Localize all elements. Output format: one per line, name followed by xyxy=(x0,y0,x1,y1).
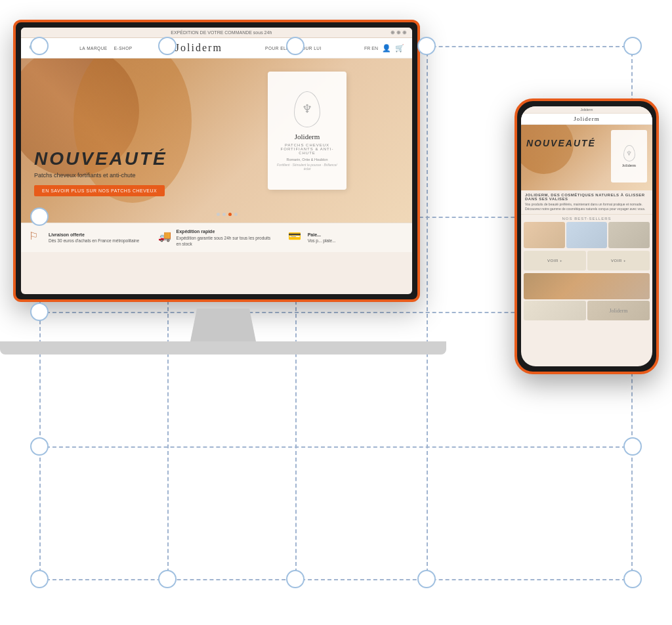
laptop-navbar: 🔍 LA MARQUE E-SHOP Joliderm POUR ELLE PO… xyxy=(21,38,412,58)
info-text-paiement: Paie... Vos p... plate... xyxy=(308,232,336,244)
info-desc-paiement: Vos p... plate... xyxy=(308,238,336,243)
phone-section-title: JOLIDERM, DES COSMÉTIQUES NATURELS À GLI… xyxy=(521,190,652,202)
grid-circle-11 xyxy=(30,570,49,588)
phone-topbar-brand: Joliderm xyxy=(581,108,593,112)
dot-2[interactable] xyxy=(222,213,226,216)
laptop-brand: Joliderm xyxy=(175,42,222,54)
account-icon[interactable]: 👤 xyxy=(382,44,391,53)
phone-bottom-product-1 xyxy=(524,301,586,320)
phone-voir-row: VOIR + VOIR + xyxy=(521,251,652,273)
phone-desc-text: Vos produits de beauté préférés, mainten… xyxy=(521,202,652,214)
phone-hero-text: NOUVEAUTÉ xyxy=(526,138,596,148)
grid-circle-7 xyxy=(30,303,49,321)
hero-text-content: NOUVEAUTÉ Patchs cheveux fortifiants et … xyxy=(34,148,167,196)
grid-circle-12 xyxy=(158,570,177,588)
nav-link-eshop[interactable]: E-SHOP xyxy=(114,46,133,51)
grid-circle-0 xyxy=(30,37,49,55)
topbar-social: ⊕ ⊕ ⊕ xyxy=(390,30,407,35)
grid-circle-9 xyxy=(30,437,49,456)
phone-bottom-products: Joliderm xyxy=(521,299,652,322)
phone-notch xyxy=(567,101,606,106)
phone-border: Joliderm Joliderm NOUVEAUTÉ ♆ Joliderm J… xyxy=(514,98,659,374)
lang-switch[interactable]: FR EN xyxy=(364,46,378,51)
topbar-text: EXPÉDITION DE VOTRE COMMANDE sous 24h xyxy=(171,30,272,35)
grid-circle-14 xyxy=(417,570,436,588)
phone-brand: Joliderm xyxy=(574,116,600,122)
slider-dots xyxy=(217,210,238,217)
phone-bottom-product-2: Joliderm xyxy=(587,301,650,320)
phone-product-1[interactable] xyxy=(524,222,565,248)
info-item-livraison: ⚐ Livraison offerte Dès 30 euros d'achat… xyxy=(29,228,145,247)
laptop-navbar-actions: FR EN 👤 🛒 xyxy=(364,44,404,53)
phone-bottom-image xyxy=(524,273,650,299)
grid-circle-5 xyxy=(30,207,49,226)
laptop-infobar: ⚐ Livraison offerte Dès 30 euros d'achat… xyxy=(21,223,412,252)
info-title-paiement: Paie... xyxy=(308,232,321,237)
info-text-livraison: Livraison offerte Dès 30 euros d'achats … xyxy=(49,232,139,244)
phone-bestsellers-label: NOS BEST-SELLERS xyxy=(521,214,652,222)
hero-product-desc2: Fortifient · Stimulent la pousse · Brill… xyxy=(274,163,340,171)
phone-voir-plus-1[interactable]: VOIR + xyxy=(524,251,586,270)
expedition-icon: 🚚 xyxy=(158,230,172,246)
phone-voir-plus-2[interactable]: VOIR + xyxy=(587,251,650,270)
phone-navbar: Joliderm xyxy=(521,114,652,125)
hero-cta-button[interactable]: EN SAVOIR PLUS SUR NOS PATCHS CHEVEUX xyxy=(34,185,165,196)
phone-hero-product-card: ♆ Joliderm xyxy=(611,130,647,183)
phone-card-logo: ♆ xyxy=(623,145,635,162)
hero-subtitle-text: Patchs cheveux fortifiants et anti-chute xyxy=(34,172,167,179)
paiement-icon: 💳 xyxy=(288,230,304,246)
phone-topbar: Joliderm xyxy=(521,106,652,114)
phone-products-grid xyxy=(521,222,652,251)
grid-circle-4 xyxy=(623,37,642,55)
cart-icon[interactable]: 🛒 xyxy=(395,44,404,53)
laptop-stand xyxy=(190,309,256,341)
phone-mockup: Joliderm Joliderm NOUVEAUTÉ ♆ Joliderm J… xyxy=(514,98,659,374)
dashed-line-bottom xyxy=(39,579,633,580)
hero-product-subtitle: PATCHS CHEVEUX FORTIFIANTS & ANTI-CHUTE xyxy=(274,143,340,155)
grid-circle-10 xyxy=(623,437,642,456)
nav-link-marque[interactable]: LA MARQUE xyxy=(79,46,107,51)
info-title-expedition: Expédition rapide xyxy=(177,229,215,234)
info-item-paiement: 💳 Paie... Vos p... plate... xyxy=(288,228,404,247)
livraison-icon: ⚐ xyxy=(29,230,45,246)
phone-hero-circle xyxy=(521,125,574,174)
dot-4[interactable] xyxy=(234,213,238,216)
phone-nouveaute: NOUVEAUTÉ xyxy=(526,138,596,148)
info-item-expedition: 🚚 Expédition rapide Expédition garantie … xyxy=(158,228,274,247)
grid-circle-13 xyxy=(286,570,304,588)
laptop-nav-links: LA MARQUE E-SHOP xyxy=(79,46,132,51)
dot-1[interactable] xyxy=(217,213,220,216)
info-desc-livraison: Dès 30 euros d'achats en France métropol… xyxy=(49,238,139,243)
info-desc-expedition: Expédition garantie sous 24h sur tous le… xyxy=(177,236,271,246)
grid-circle-2 xyxy=(286,37,304,55)
phone-product-2[interactable] xyxy=(566,222,608,248)
grid-circle-15 xyxy=(623,570,642,588)
phone-card-brand: Joliderm xyxy=(622,163,636,167)
brand-logo-glyph: ♆ xyxy=(302,102,312,116)
phone-product-3[interactable] xyxy=(608,222,650,248)
laptop-hero: NOUVEAUTÉ Patchs cheveux fortifiants et … xyxy=(21,58,412,223)
laptop-screen-border: EXPÉDITION DE VOTRE COMMANDE sous 24h ⊕ … xyxy=(13,20,420,302)
hero-product-card: ♆ Joliderm PATCHS CHEVEUX FORTIFIANTS & … xyxy=(268,72,346,190)
hero-nouveaute-text: NOUVEAUTÉ xyxy=(34,148,167,169)
dashed-line-horiz-3 xyxy=(39,446,633,448)
phone-screen: Joliderm Joliderm NOUVEAUTÉ ♆ Joliderm J… xyxy=(521,106,652,366)
grid-circle-1 xyxy=(158,37,177,55)
laptop-mockup: EXPÉDITION DE VOTRE COMMANDE sous 24h ⊕ … xyxy=(13,20,433,355)
info-text-expedition: Expédition rapide Expédition garantie so… xyxy=(177,228,275,247)
dot-3[interactable] xyxy=(228,213,232,216)
grid-circle-3 xyxy=(417,37,436,55)
hero-product-title: Joliderm xyxy=(295,133,320,140)
laptop-topbar: EXPÉDITION DE VOTRE COMMANDE sous 24h ⊕ … xyxy=(21,28,412,38)
info-title-livraison: Livraison offerte xyxy=(49,232,85,237)
hero-product-desc1: Romarin, Ortie & Houblon xyxy=(287,158,328,162)
laptop-base xyxy=(0,341,446,355)
hero-logo-circle: ♆ xyxy=(294,91,320,127)
laptop-screen: EXPÉDITION DE VOTRE COMMANDE sous 24h ⊕ … xyxy=(21,28,412,294)
phone-hero: NOUVEAUTÉ ♆ Joliderm xyxy=(521,125,652,190)
